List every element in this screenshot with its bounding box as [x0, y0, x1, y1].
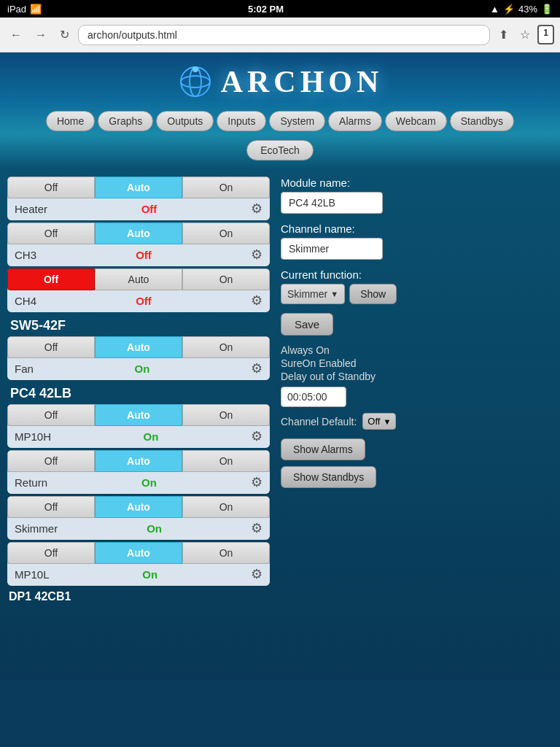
mp10l-off-btn[interactable]: Off: [7, 542, 95, 564]
ch3-label: CH3: [15, 249, 36, 261]
skimmer-off-btn[interactable]: Off: [7, 496, 95, 518]
nav-outputs[interactable]: Outputs: [156, 111, 214, 131]
battery-icon: 🔋: [541, 4, 553, 15]
reload-button[interactable]: ↻: [55, 25, 74, 44]
ch3-on-btn[interactable]: On: [182, 222, 270, 244]
carrier-label: iPad: [7, 4, 26, 15]
forward-button[interactable]: →: [31, 26, 51, 44]
logo-area: ARCHON: [15, 63, 545, 100]
mp10h-off-btn[interactable]: Off: [7, 404, 95, 426]
skimmer-status: On: [147, 522, 162, 535]
show-standbys-button[interactable]: Show Standbys: [281, 466, 376, 488]
heater-off-btn[interactable]: Off: [7, 177, 95, 198]
fan-off-btn[interactable]: Off: [7, 336, 95, 358]
right-panel: Module name: Channel name: Current funct…: [270, 177, 553, 673]
header: ARCHON Home Graphs Outputs Inputs System…: [0, 53, 560, 169]
function-select[interactable]: Skimmer ▼: [281, 284, 345, 304]
mp10h-gear-icon[interactable]: ⚙: [251, 428, 262, 444]
channel-default-select[interactable]: Off ▼: [362, 413, 396, 430]
ecotech-button[interactable]: EcoTech: [246, 140, 314, 160]
mp10l-on-btn[interactable]: On: [182, 542, 270, 564]
ch4-label: CH4: [15, 295, 36, 307]
url-text: archon/outputs.html: [88, 29, 177, 41]
module-name-input[interactable]: [281, 192, 383, 214]
back-button[interactable]: ←: [6, 26, 26, 44]
skimmer-on-btn[interactable]: On: [182, 496, 270, 518]
heater-name-row: Heater Off ⚙: [7, 198, 270, 220]
ch3-auto-btn[interactable]: Auto: [95, 222, 182, 244]
status-left: iPad 📶: [7, 4, 42, 15]
fan-auto-btn[interactable]: Auto: [95, 336, 182, 358]
channel-block-fan: Off Auto On Fan On ⚙: [7, 336, 270, 380]
channel-name-group: Channel name:: [281, 222, 553, 260]
ch3-status: Off: [136, 249, 152, 261]
skimmer-name-row: Skimmer On ⚙: [7, 518, 270, 540]
nav-standbys[interactable]: Standbys: [450, 111, 514, 131]
svg-point-2: [181, 76, 210, 88]
mp10h-status: On: [144, 430, 159, 443]
return-label: Return: [15, 476, 47, 489]
dp1-module-label: DP1 42CB1: [7, 590, 270, 603]
fan-name-row: Fan On ⚙: [7, 358, 270, 380]
mp10l-gear-icon[interactable]: ⚙: [251, 566, 262, 582]
fan-gear-icon[interactable]: ⚙: [251, 360, 262, 376]
heater-auto-btn[interactable]: Auto: [95, 177, 182, 198]
show-alarms-button[interactable]: Show Alarms: [281, 438, 365, 460]
fan-on-btn[interactable]: On: [182, 336, 270, 358]
nav-system[interactable]: System: [269, 111, 325, 131]
channel-block-mp10l: Off Auto On MP10L On ⚙: [7, 542, 270, 586]
share-icon[interactable]: ⬆: [494, 25, 513, 44]
clock: 5:02 PM: [248, 4, 284, 15]
mp10h-name-row: MP10H On ⚙: [7, 426, 270, 448]
mp10h-auto-btn[interactable]: Auto: [95, 404, 182, 426]
function-value: Skimmer: [287, 288, 327, 300]
current-function-group: Current function: Skimmer ▼ Show: [281, 268, 553, 304]
delay-time-input[interactable]: [281, 387, 346, 407]
bookmark-icon[interactable]: ☆: [516, 25, 534, 44]
location-icon: ▲: [490, 4, 499, 15]
save-button[interactable]: Save: [281, 313, 333, 336]
ch4-name-row: CH4 Off ⚙: [7, 290, 270, 312]
tab-count[interactable]: 1: [537, 25, 554, 44]
nav-bar: Home Graphs Outputs Inputs System Alarms…: [15, 111, 545, 131]
return-auto-btn[interactable]: Auto: [95, 450, 182, 472]
skimmer-gear-icon[interactable]: ⚙: [251, 520, 262, 536]
nav-graphs[interactable]: Graphs: [98, 111, 153, 131]
ch4-on-btn[interactable]: On: [182, 268, 270, 290]
return-on-btn[interactable]: On: [182, 450, 270, 472]
logo-text: ARCHON: [221, 64, 384, 99]
return-ctrl-row: Off Auto On: [7, 450, 270, 472]
ch4-status: Off: [136, 295, 152, 307]
mp10l-name-row: MP10L On ⚙: [7, 564, 270, 586]
show-button[interactable]: Show: [349, 284, 397, 304]
nav-alarms[interactable]: Alarms: [328, 111, 382, 131]
pc4-module-header: PC4 42LB: [7, 386, 270, 401]
ch4-gear-icon[interactable]: ⚙: [251, 293, 262, 309]
ch3-gear-icon[interactable]: ⚙: [251, 247, 262, 263]
skimmer-auto-btn[interactable]: Auto: [95, 496, 182, 518]
channels-panel: Off Auto On Heater Off ⚙ Off Auto On CH3…: [7, 177, 270, 673]
main-content: Off Auto On Heater Off ⚙ Off Auto On CH3…: [0, 169, 560, 680]
ch3-off-btn[interactable]: Off: [7, 222, 95, 244]
status-bar: iPad 📶 5:02 PM ▲ ⚡ 43% 🔋: [0, 0, 560, 18]
return-status: On: [141, 476, 157, 489]
always-on-text: Always On: [281, 344, 553, 356]
return-name-row: Return On ⚙: [7, 472, 270, 494]
mp10l-auto-btn[interactable]: Auto: [95, 542, 182, 564]
ch4-ctrl-row: Off Auto On: [7, 268, 270, 290]
nav-home[interactable]: Home: [46, 111, 95, 131]
fan-label: Fan: [15, 363, 34, 375]
ch4-auto-btn[interactable]: Auto: [95, 268, 182, 290]
ch4-off-btn[interactable]: Off: [7, 268, 95, 290]
nav-webcam[interactable]: Webcam: [385, 111, 447, 131]
address-bar[interactable]: archon/outputs.html: [78, 25, 490, 45]
return-off-btn[interactable]: Off: [7, 450, 95, 472]
mp10h-on-btn[interactable]: On: [182, 404, 270, 426]
return-gear-icon[interactable]: ⚙: [251, 474, 262, 490]
module-name-group: Module name:: [281, 177, 553, 214]
heater-gear-icon[interactable]: ⚙: [251, 201, 262, 217]
channel-name-input[interactable]: [281, 238, 383, 260]
heater-on-btn[interactable]: On: [182, 177, 270, 198]
nav-inputs[interactable]: Inputs: [217, 111, 266, 131]
mp10h-ctrl-row: Off Auto On: [7, 404, 270, 426]
